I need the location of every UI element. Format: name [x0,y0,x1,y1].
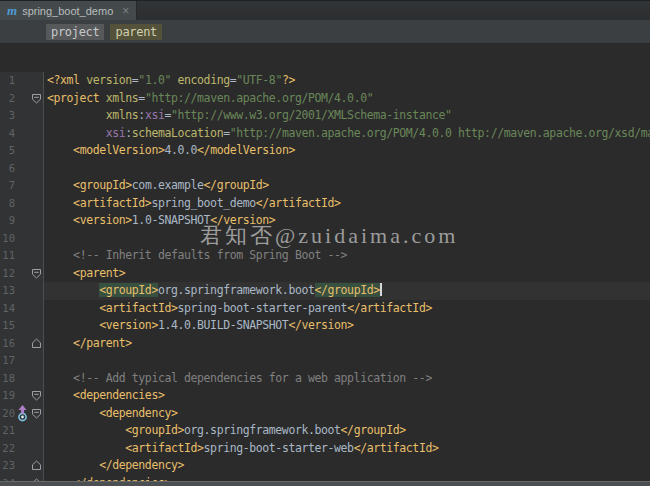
code-text[interactable]: </parent> [44,335,650,353]
breadcrumb-item-parent[interactable]: parent [110,24,162,40]
code-token: ?> [282,73,295,87]
code-token: spring-boot-starter-parent [178,301,348,315]
code-text[interactable] [44,160,650,178]
code-text[interactable]: <project xmlns="http://maven.apache.org/… [44,90,650,108]
code-line[interactable]: 2<project xmlns="http://maven.apache.org… [0,90,650,108]
code-line[interactable]: 16 </parent> [0,335,650,353]
code-token: 1.0-SNAPSHOT [132,213,210,227]
tab-close-icon[interactable]: × [122,5,129,17]
gutter[interactable]: 17 [0,352,44,370]
gutter[interactable]: 14 [0,300,44,318]
code-text[interactable]: <dependencies> [44,387,650,405]
gutter[interactable]: 15 [0,317,44,335]
fold-start-icon[interactable] [30,268,42,279]
code-text[interactable]: <artifactId>spring_boot_demo</artifactId… [44,195,650,213]
code-line[interactable]: 24 </dependencies> [0,475,650,482]
code-token: <modelVersion> [73,143,164,157]
gutter[interactable]: 1 [0,72,44,90]
code-line[interactable]: 1<?xml version="1.0" encoding="UTF-8"?> [0,72,650,90]
gutter[interactable]: 24 [0,475,44,482]
code-text[interactable]: <groupId>org.springframework.boot</group… [44,422,650,440]
code-line[interactable]: 9 <version>1.0-SNAPSHOT</version> [0,212,650,230]
code-line[interactable]: 11 <!-- Inherit defaults from Spring Boo… [0,247,650,265]
code-text[interactable]: <?xml version="1.0" encoding="UTF-8"?> [44,72,650,90]
gutter-update-icon[interactable] [15,405,30,422]
gutter[interactable]: 22 [0,440,44,458]
code-text[interactable]: <version>1.0-SNAPSHOT</version> [44,212,650,230]
code-line[interactable]: 4 xsi:schemaLocation="http://maven.apach… [0,125,650,143]
code-line[interactable]: 3 xmlns:xsi="http://www.w3.org/2001/XMLS… [0,107,650,125]
gutter[interactable]: 4 [0,125,44,143]
fold-start-icon[interactable] [30,390,42,401]
code-text[interactable] [44,352,650,370]
code-text[interactable]: <!-- Inherit defaults from Spring Boot -… [44,247,650,265]
code-text[interactable]: <dependency> [44,405,650,423]
gutter[interactable]: 20 [0,405,44,423]
code-text[interactable]: <groupId>com.example</groupId> [44,177,650,195]
gutter[interactable]: 12 [0,265,44,283]
fold-start-icon[interactable] [30,408,42,419]
code-token [47,266,73,280]
code-token [47,423,125,437]
code-text[interactable]: <groupId>org.springframework.boot</group… [44,282,650,300]
fold-end-icon[interactable] [30,338,42,349]
gutter[interactable]: 6 [0,160,44,178]
code-token [47,476,73,482]
code-token: xsi [106,126,126,140]
code-token: spring-boot-starter-web [204,441,354,455]
gutter[interactable]: 7 [0,177,44,195]
gutter[interactable]: 21 [0,422,44,440]
code-line[interactable]: 6 [0,160,650,178]
gutter[interactable]: 8 [0,195,44,213]
code-token [47,318,99,332]
code-text[interactable]: <!-- Add typical dependencies for a web … [44,370,650,388]
code-text[interactable]: xmlns:xsi="http://www.w3.org/2001/XMLSch… [44,107,650,125]
code-line[interactable]: 21 <groupId>org.springframework.boot</gr… [0,422,650,440]
gutter[interactable]: 16 [0,335,44,353]
code-line[interactable]: 20 <dependency> [0,405,650,423]
code-line[interactable]: 14 <artifactId>spring-boot-starter-paren… [0,300,650,318]
code-line[interactable]: 18 <!-- Add typical dependencies for a w… [0,370,650,388]
breadcrumb-item-project[interactable]: project [46,24,104,40]
code-text[interactable] [44,230,650,248]
editor[interactable]: 1<?xml version="1.0" encoding="UTF-8"?>2… [0,44,650,481]
code-line[interactable]: 7 <groupId>com.example</groupId> [0,177,650,195]
gutter[interactable]: 13 [0,282,44,300]
code-area[interactable]: 1<?xml version="1.0" encoding="UTF-8"?>2… [0,72,650,481]
gutter[interactable]: 10 [0,230,44,248]
fold-start-icon[interactable] [30,93,42,104]
code-text[interactable]: xsi:schemaLocation="http://maven.apache.… [44,125,650,143]
gutter[interactable]: 19 [0,387,44,405]
code-line[interactable]: 19 <dependencies> [0,387,650,405]
code-line[interactable]: 15 <version>1.4.0.BUILD-SNAPSHOT</versio… [0,317,650,335]
code-token: <dependency> [99,406,177,420]
fold-end-icon[interactable] [30,460,42,471]
gutter[interactable]: 5 [0,142,44,160]
gutter[interactable]: 23 [0,457,44,475]
code-text[interactable]: <modelVersion>4.0.0</modelVersion> [44,142,650,160]
gutter[interactable]: 18 [0,370,44,388]
tab-spring-boot-demo[interactable]: m spring_boot_demo × [0,1,137,20]
code-line[interactable]: 17 [0,352,650,370]
code-text[interactable]: <artifactId>spring-boot-starter-parent</… [44,300,650,318]
code-token: "http://maven.apache.org/POM/4.0.0" [145,91,373,105]
code-line[interactable]: 8 <artifactId>spring_boot_demo</artifact… [0,195,650,213]
code-line[interactable]: 22 <artifactId>spring-boot-starter-web</… [0,440,650,458]
code-token: <groupId> [73,178,132,192]
code-text[interactable]: <parent> [44,265,650,283]
gutter[interactable]: 9 [0,212,44,230]
code-line[interactable]: 12 <parent> [0,265,650,283]
code-line[interactable]: 13 <groupId>org.springframework.boot</gr… [0,282,650,300]
code-text[interactable]: </dependencies> [44,475,650,482]
line-number: 12 [0,265,15,283]
gutter[interactable]: 3 [0,107,44,125]
code-line[interactable]: 23 </dependency> [0,457,650,475]
fold-end-icon[interactable] [30,478,42,481]
code-text[interactable]: <artifactId>spring-boot-starter-web</art… [44,440,650,458]
code-text[interactable]: </dependency> [44,457,650,475]
code-line[interactable]: 10 [0,230,650,248]
code-line[interactable]: 5 <modelVersion>4.0.0</modelVersion> [0,142,650,160]
gutter[interactable]: 11 [0,247,44,265]
gutter[interactable]: 2 [0,90,44,108]
code-text[interactable]: <version>1.4.0.BUILD-SNAPSHOT</version> [44,317,650,335]
